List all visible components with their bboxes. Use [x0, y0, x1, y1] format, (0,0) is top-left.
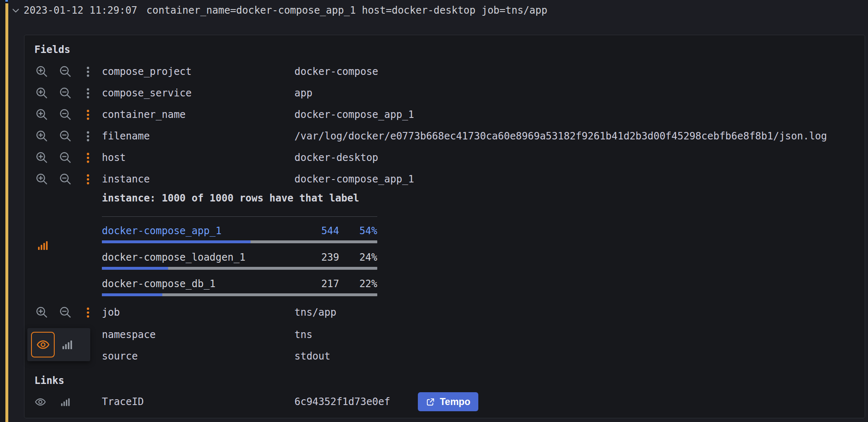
label-stats-title: instance: 1000 of 1000 rows have that la…: [102, 192, 377, 204]
kebab-menu-icon[interactable]: [84, 129, 92, 144]
field-row-namespace: namespace tns: [34, 324, 855, 345]
filter-out-value-icon[interactable]: [58, 305, 73, 320]
field-value: tns/app: [294, 307, 855, 318]
filter-for-value-icon[interactable]: [34, 129, 49, 144]
chevron-down-icon[interactable]: [11, 5, 21, 15]
filter-for-value-icon[interactable]: [34, 107, 49, 122]
stat-percent: 54%: [339, 225, 377, 236]
field-name: source: [102, 350, 294, 362]
show-log-line-button-active[interactable]: [31, 332, 55, 357]
field-value: docker-compose_app_1: [294, 109, 855, 120]
field-row-compose-project: compose_project docker-compose: [34, 61, 855, 82]
field-row-container-name: container_name docker-compose_app_1: [34, 104, 855, 125]
previous-row-level-indicator: [5, 0, 8, 2]
field-name: container_name: [102, 109, 294, 120]
tempo-button-label: Tempo: [440, 396, 470, 408]
stat-row: docker-compose_app_1 544 54%: [102, 225, 377, 243]
stat-bar-fill: [102, 293, 162, 296]
log-level-stripe: [5, 3, 8, 422]
filter-for-value-icon[interactable]: [34, 64, 49, 79]
stat-count: 217: [302, 278, 339, 289]
stat-label: docker-compose_db_1: [102, 278, 302, 289]
field-row-instance: instance docker-compose_app_1: [34, 168, 855, 190]
show-stats-button[interactable]: [61, 339, 73, 350]
filter-for-value-icon[interactable]: [34, 150, 49, 165]
stat-bar-track: [102, 240, 377, 243]
stat-row: docker-compose_db_1 217 22%: [102, 278, 377, 296]
stat-count: 544: [302, 225, 339, 236]
kebab-menu-icon-active[interactable]: [84, 150, 92, 165]
log-details-panel: Fields compose_project docker-compose co…: [24, 35, 865, 418]
eye-icon[interactable]: [35, 396, 46, 408]
divider: [102, 216, 377, 217]
bar-chart-icon-active[interactable]: [37, 240, 48, 251]
field-value: docker-desktop: [294, 152, 855, 163]
field-row-source: source stdout: [34, 345, 855, 367]
link-row-traceid: TraceID 6c94352f1d73e0ef Tempo: [34, 390, 855, 413]
field-row-job: job tns/app: [34, 302, 855, 323]
label-stats-panel: instance: 1000 of 1000 rows have that la…: [102, 192, 377, 296]
field-value: app: [294, 87, 855, 99]
stat-bar-fill: [102, 240, 251, 243]
field-value: /var/log/docker/e0773b668ec41730ca60e896…: [294, 130, 855, 142]
fields-section-title: Fields: [34, 43, 70, 56]
bar-chart-icon[interactable]: [60, 397, 70, 407]
field-name: namespace: [102, 329, 294, 340]
field-row-filename: filename /var/log/docker/e0773b668ec4173…: [34, 125, 855, 147]
kebab-menu-icon-active[interactable]: [84, 305, 92, 320]
filter-for-value-icon[interactable]: [34, 305, 49, 320]
eye-icon: [36, 338, 50, 351]
filter-out-value-icon[interactable]: [58, 129, 73, 144]
filter-out-value-icon[interactable]: [58, 150, 73, 165]
field-value: stdout: [294, 350, 855, 362]
stat-bar-track: [102, 267, 377, 270]
stat-bar-fill: [102, 267, 168, 270]
field-name: instance: [102, 173, 294, 185]
field-name: filename: [102, 130, 294, 142]
field-row-host: host docker-desktop: [34, 147, 855, 168]
stat-bar-track: [102, 293, 377, 296]
field-row-compose-service: compose_service app: [34, 82, 855, 104]
link-value: 6c94352f1d73e0ef: [294, 396, 418, 408]
stat-count: 239: [302, 252, 339, 263]
filter-out-value-icon[interactable]: [58, 86, 73, 101]
external-link-icon: [426, 397, 435, 407]
filter-for-value-icon[interactable]: [34, 172, 49, 187]
field-value: tns: [294, 329, 855, 340]
stat-label: docker-compose_loadgen_1: [102, 252, 302, 263]
kebab-menu-icon[interactable]: [84, 86, 92, 101]
field-name: compose_project: [102, 66, 294, 77]
field-name: host: [102, 152, 294, 163]
log-line[interactable]: 2023-01-12 11:29:07 container_name=docke…: [11, 3, 547, 18]
field-name: compose_service: [102, 87, 294, 99]
kebab-menu-icon[interactable]: [84, 64, 92, 79]
links-section-title: Links: [34, 374, 64, 387]
field-value: docker-compose: [294, 66, 855, 77]
filter-out-value-icon[interactable]: [58, 64, 73, 79]
log-timestamp: 2023-01-12 11:29:07: [24, 5, 137, 16]
field-value: docker-compose_app_1: [294, 173, 855, 185]
stat-percent: 24%: [339, 252, 377, 263]
label-hover-action-menu: [27, 328, 90, 361]
stat-percent: 22%: [339, 278, 377, 289]
kebab-menu-icon-active[interactable]: [84, 172, 92, 187]
stat-label: docker-compose_app_1: [102, 225, 302, 236]
link-name: TraceID: [102, 396, 294, 408]
stat-row: docker-compose_loadgen_1 239 24%: [102, 252, 377, 270]
filter-out-value-icon[interactable]: [58, 107, 73, 122]
filter-for-value-icon[interactable]: [34, 86, 49, 101]
kebab-menu-icon-active[interactable]: [84, 107, 92, 122]
tempo-link-button[interactable]: Tempo: [418, 392, 478, 411]
filter-out-value-icon[interactable]: [58, 172, 73, 187]
log-labels: container_name=docker-compose_app_1 host…: [147, 5, 547, 16]
field-name: job: [102, 307, 294, 318]
